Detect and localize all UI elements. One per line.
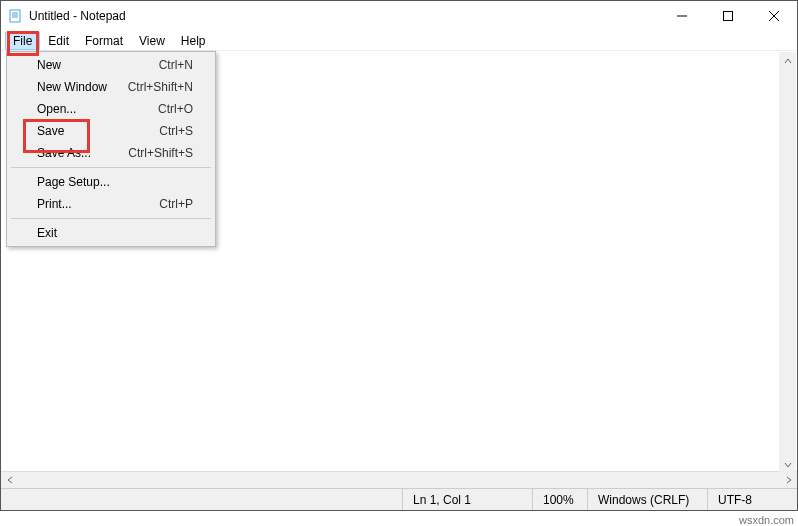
menu-item-shortcut: Ctrl+Shift+N: [128, 80, 193, 94]
menu-item-label: Exit: [37, 226, 193, 240]
notepad-window: Untitled - Notepad File Edit Format View…: [0, 0, 798, 511]
menu-item-shortcut: Ctrl+P: [159, 197, 193, 211]
status-line-ending: Windows (CRLF): [587, 489, 707, 510]
menu-item-shortcut: Ctrl+O: [158, 102, 193, 116]
statusbar: Ln 1, Col 1 100% Windows (CRLF) UTF-8: [1, 488, 797, 510]
menu-item-shortcut: Ctrl+N: [159, 58, 193, 72]
scroll-up-arrow-icon[interactable]: [779, 52, 796, 69]
status-zoom: 100%: [532, 489, 587, 510]
scroll-down-arrow-icon[interactable]: [779, 456, 796, 473]
menu-view[interactable]: View: [131, 32, 173, 50]
file-menu-dropdown: NewCtrl+N New WindowCtrl+Shift+N Open...…: [6, 51, 216, 247]
watermark-text: wsxdn.com: [739, 514, 794, 526]
window-controls: [659, 1, 797, 31]
menu-item-print[interactable]: Print...Ctrl+P: [9, 193, 213, 215]
menu-item-save[interactable]: SaveCtrl+S: [9, 120, 213, 142]
menu-item-shortcut: Ctrl+S: [159, 124, 193, 138]
menu-item-label: Open...: [37, 102, 158, 116]
menu-item-page-setup[interactable]: Page Setup...: [9, 171, 213, 193]
notepad-icon: [7, 8, 23, 24]
horizontal-scrollbar[interactable]: [1, 471, 797, 488]
svg-rect-0: [10, 10, 20, 22]
menu-item-label: Save As...: [37, 146, 128, 160]
maximize-button[interactable]: [705, 1, 751, 31]
svg-rect-5: [724, 12, 733, 21]
menu-item-new-window[interactable]: New WindowCtrl+Shift+N: [9, 76, 213, 98]
scroll-track[interactable]: [18, 472, 780, 489]
close-button[interactable]: [751, 1, 797, 31]
menu-item-shortcut: Ctrl+Shift+S: [128, 146, 193, 160]
scroll-left-arrow-icon[interactable]: [1, 472, 18, 489]
menu-item-exit[interactable]: Exit: [9, 222, 213, 244]
window-title: Untitled - Notepad: [29, 9, 659, 23]
vertical-scrollbar[interactable]: [779, 52, 796, 473]
titlebar: Untitled - Notepad: [1, 1, 797, 31]
menu-item-label: Print...: [37, 197, 159, 211]
menu-separator: [11, 167, 211, 168]
menu-file[interactable]: File: [5, 32, 40, 50]
menu-format[interactable]: Format: [77, 32, 131, 50]
minimize-button[interactable]: [659, 1, 705, 31]
menu-help[interactable]: Help: [173, 32, 214, 50]
menu-item-save-as[interactable]: Save As...Ctrl+Shift+S: [9, 142, 213, 164]
status-position: Ln 1, Col 1: [402, 489, 532, 510]
menu-item-open[interactable]: Open...Ctrl+O: [9, 98, 213, 120]
menu-item-label: Save: [37, 124, 159, 138]
menu-item-label: Page Setup...: [37, 175, 193, 189]
menu-separator: [11, 218, 211, 219]
menu-item-label: New Window: [37, 80, 128, 94]
status-encoding: UTF-8: [707, 489, 797, 510]
menu-item-label: New: [37, 58, 159, 72]
menu-item-new[interactable]: NewCtrl+N: [9, 54, 213, 76]
scroll-right-arrow-icon[interactable]: [780, 472, 797, 489]
status-spacer: [1, 489, 402, 510]
scroll-track-v[interactable]: [779, 69, 796, 456]
menubar: File Edit Format View Help: [1, 31, 797, 51]
menu-edit[interactable]: Edit: [40, 32, 77, 50]
